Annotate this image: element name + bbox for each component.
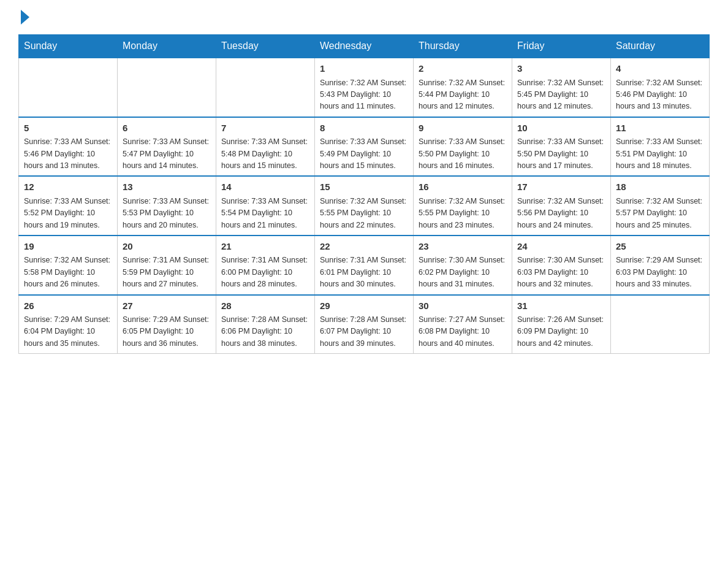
day-number: 14 [221, 180, 309, 194]
day-info: Sunrise: 7:32 AM Sunset: 5:44 PM Dayligh… [419, 77, 507, 113]
day-info: Sunrise: 7:32 AM Sunset: 5:58 PM Dayligh… [24, 255, 112, 290]
calendar-week-row: 5Sunrise: 7:33 AM Sunset: 5:46 PM Daylig… [19, 117, 710, 177]
day-info: Sunrise: 7:33 AM Sunset: 5:46 PM Dayligh… [24, 136, 112, 172]
day-info: Sunrise: 7:33 AM Sunset: 5:51 PM Dayligh… [616, 136, 704, 172]
day-number: 31 [517, 299, 605, 313]
day-number: 17 [517, 180, 605, 194]
calendar-cell: 6Sunrise: 7:33 AM Sunset: 5:47 PM Daylig… [118, 117, 216, 177]
day-info: Sunrise: 7:28 AM Sunset: 6:06 PM Dayligh… [221, 314, 309, 350]
day-number: 28 [221, 299, 309, 313]
day-info: Sunrise: 7:26 AM Sunset: 6:09 PM Dayligh… [517, 314, 605, 350]
column-header-tuesday: Tuesday [216, 34, 315, 58]
calendar-cell: 28Sunrise: 7:28 AM Sunset: 6:06 PM Dayli… [216, 295, 315, 354]
day-info: Sunrise: 7:32 AM Sunset: 5:56 PM Dayligh… [517, 196, 605, 231]
day-number: 8 [320, 121, 408, 136]
day-number: 18 [616, 180, 704, 194]
column-header-friday: Friday [512, 34, 611, 58]
calendar-cell: 11Sunrise: 7:33 AM Sunset: 5:51 PM Dayli… [611, 117, 710, 177]
day-number: 30 [419, 299, 507, 313]
calendar-cell: 24Sunrise: 7:30 AM Sunset: 6:03 PM Dayli… [512, 236, 611, 295]
page-header [18, 12, 710, 22]
calendar-cell: 16Sunrise: 7:32 AM Sunset: 5:55 PM Dayli… [414, 176, 512, 236]
calendar-cell: 9Sunrise: 7:33 AM Sunset: 5:50 PM Daylig… [414, 117, 512, 177]
day-info: Sunrise: 7:33 AM Sunset: 5:53 PM Dayligh… [123, 196, 211, 231]
day-info: Sunrise: 7:28 AM Sunset: 6:07 PM Dayligh… [320, 314, 408, 350]
day-number: 29 [320, 299, 408, 313]
day-info: Sunrise: 7:31 AM Sunset: 6:01 PM Dayligh… [320, 255, 408, 290]
day-number: 1 [320, 62, 408, 76]
calendar-cell: 20Sunrise: 7:31 AM Sunset: 5:59 PM Dayli… [118, 236, 216, 295]
calendar-cell: 14Sunrise: 7:33 AM Sunset: 5:54 PM Dayli… [216, 176, 315, 236]
day-info: Sunrise: 7:31 AM Sunset: 5:59 PM Dayligh… [123, 255, 211, 290]
calendar-cell: 29Sunrise: 7:28 AM Sunset: 6:07 PM Dayli… [315, 295, 414, 354]
calendar-week-row: 19Sunrise: 7:32 AM Sunset: 5:58 PM Dayli… [19, 236, 710, 295]
day-number: 26 [24, 299, 112, 313]
day-info: Sunrise: 7:30 AM Sunset: 6:03 PM Dayligh… [517, 255, 605, 290]
day-info: Sunrise: 7:32 AM Sunset: 5:57 PM Dayligh… [616, 196, 704, 231]
day-info: Sunrise: 7:32 AM Sunset: 5:55 PM Dayligh… [419, 196, 507, 231]
calendar-cell: 12Sunrise: 7:33 AM Sunset: 5:52 PM Dayli… [19, 176, 118, 236]
day-info: Sunrise: 7:29 AM Sunset: 6:04 PM Dayligh… [24, 314, 112, 350]
day-number: 19 [24, 240, 112, 254]
day-number: 9 [419, 121, 507, 136]
calendar-cell: 30Sunrise: 7:27 AM Sunset: 6:08 PM Dayli… [414, 295, 512, 354]
calendar-cell: 10Sunrise: 7:33 AM Sunset: 5:50 PM Dayli… [512, 117, 611, 177]
calendar-header: SundayMondayTuesdayWednesdayThursdayFrid… [19, 34, 710, 58]
calendar-cell: 13Sunrise: 7:33 AM Sunset: 5:53 PM Dayli… [118, 176, 216, 236]
day-number: 16 [419, 180, 507, 194]
calendar-cell [611, 295, 710, 354]
day-number: 24 [517, 240, 605, 254]
day-info: Sunrise: 7:32 AM Sunset: 5:43 PM Dayligh… [320, 77, 408, 113]
column-header-saturday: Saturday [611, 34, 710, 58]
day-number: 11 [616, 121, 704, 136]
day-number: 12 [24, 180, 112, 194]
calendar-cell: 2Sunrise: 7:32 AM Sunset: 5:44 PM Daylig… [414, 58, 512, 117]
calendar-cell [216, 58, 315, 117]
calendar-cell: 15Sunrise: 7:32 AM Sunset: 5:55 PM Dayli… [315, 176, 414, 236]
day-number: 5 [24, 121, 112, 136]
calendar-cell: 1Sunrise: 7:32 AM Sunset: 5:43 PM Daylig… [315, 58, 414, 117]
day-number: 7 [221, 121, 309, 136]
day-info: Sunrise: 7:29 AM Sunset: 6:03 PM Dayligh… [616, 255, 704, 290]
day-number: 20 [123, 240, 211, 254]
calendar-cell: 18Sunrise: 7:32 AM Sunset: 5:57 PM Dayli… [611, 176, 710, 236]
day-info: Sunrise: 7:33 AM Sunset: 5:48 PM Dayligh… [221, 136, 309, 172]
column-header-monday: Monday [118, 34, 216, 58]
day-info: Sunrise: 7:32 AM Sunset: 5:46 PM Dayligh… [616, 77, 704, 113]
calendar-cell [118, 58, 216, 117]
day-info: Sunrise: 7:32 AM Sunset: 5:45 PM Dayligh… [517, 77, 605, 113]
column-header-sunday: Sunday [19, 34, 118, 58]
day-number: 15 [320, 180, 408, 194]
calendar-cell: 8Sunrise: 7:33 AM Sunset: 5:49 PM Daylig… [315, 117, 414, 177]
calendar-cell: 19Sunrise: 7:32 AM Sunset: 5:58 PM Dayli… [19, 236, 118, 295]
calendar-cell: 3Sunrise: 7:32 AM Sunset: 5:45 PM Daylig… [512, 58, 611, 117]
calendar-cell: 7Sunrise: 7:33 AM Sunset: 5:48 PM Daylig… [216, 117, 315, 177]
day-number: 25 [616, 240, 704, 254]
day-info: Sunrise: 7:31 AM Sunset: 6:00 PM Dayligh… [221, 255, 309, 290]
calendar-cell: 23Sunrise: 7:30 AM Sunset: 6:02 PM Dayli… [414, 236, 512, 295]
day-info: Sunrise: 7:33 AM Sunset: 5:54 PM Dayligh… [221, 196, 309, 231]
day-number: 6 [123, 121, 211, 136]
day-number: 23 [419, 240, 507, 254]
day-number: 21 [221, 240, 309, 254]
day-number: 4 [616, 62, 704, 76]
day-info: Sunrise: 7:33 AM Sunset: 5:50 PM Dayligh… [419, 136, 507, 172]
day-info: Sunrise: 7:33 AM Sunset: 5:52 PM Dayligh… [24, 196, 112, 231]
calendar-week-row: 12Sunrise: 7:33 AM Sunset: 5:52 PM Dayli… [19, 176, 710, 236]
calendar-cell: 25Sunrise: 7:29 AM Sunset: 6:03 PM Dayli… [611, 236, 710, 295]
day-info: Sunrise: 7:27 AM Sunset: 6:08 PM Dayligh… [419, 314, 507, 350]
day-info: Sunrise: 7:33 AM Sunset: 5:49 PM Dayligh… [320, 136, 408, 172]
calendar-table: SundayMondayTuesdayWednesdayThursdayFrid… [18, 34, 710, 354]
calendar-cell: 26Sunrise: 7:29 AM Sunset: 6:04 PM Dayli… [19, 295, 118, 354]
calendar-cell: 21Sunrise: 7:31 AM Sunset: 6:00 PM Dayli… [216, 236, 315, 295]
column-header-thursday: Thursday [414, 34, 512, 58]
calendar-cell: 17Sunrise: 7:32 AM Sunset: 5:56 PM Dayli… [512, 176, 611, 236]
calendar-cell: 22Sunrise: 7:31 AM Sunset: 6:01 PM Dayli… [315, 236, 414, 295]
calendar-week-row: 26Sunrise: 7:29 AM Sunset: 6:04 PM Dayli… [19, 295, 710, 354]
day-number: 13 [123, 180, 211, 194]
day-number: 10 [517, 121, 605, 136]
day-info: Sunrise: 7:29 AM Sunset: 6:05 PM Dayligh… [123, 314, 211, 350]
logo-arrow-icon [21, 10, 29, 25]
logo [18, 12, 29, 22]
column-header-wednesday: Wednesday [315, 34, 414, 58]
